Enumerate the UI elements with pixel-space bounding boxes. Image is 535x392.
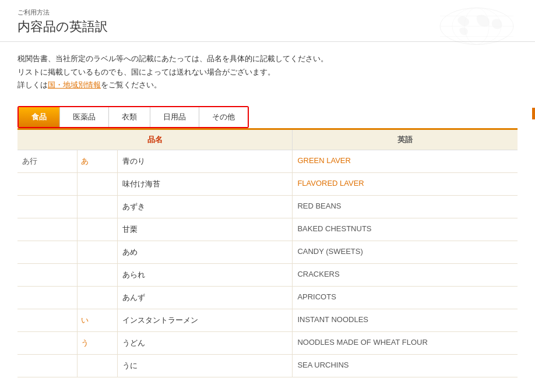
cell-en: CANDY (SWEETS) — [293, 241, 518, 263]
cell-en: APRICOTS — [293, 286, 518, 309]
cell-gyou — [17, 354, 78, 377]
col-hinmei-header: 品名 — [17, 130, 293, 150]
cell-jp: 甘栗 — [118, 218, 293, 241]
tab-food[interactable]: 食品 — [19, 107, 60, 127]
cell-kana — [78, 241, 118, 263]
cell-kana — [78, 263, 118, 286]
content-table: 品名 英語 あ行あ青のりGREEN LAVER味付け海苔FLAVORED LAV… — [17, 130, 518, 377]
cell-en: BAKED CHESTNUTS — [293, 218, 518, 241]
cell-en: GREEN LAVER — [293, 150, 518, 172]
table-row: あめCANDY (SWEETS) — [17, 241, 518, 263]
desc-line-1: 税関告書、当社所定のラベル等への記載にあたっては、品名を具体的に記載してください… — [17, 52, 518, 66]
header-area: ご利用方法 内容品の英語訳 — [0, 0, 535, 42]
cell-jp: うに — [118, 354, 293, 377]
cell-gyou — [17, 241, 78, 263]
cell-kana — [78, 218, 118, 241]
table-row: いインスタントラーメンINSTANT NOODLES — [17, 309, 518, 331]
table-row: うにSEA URCHINS — [17, 354, 518, 377]
cell-gyou — [17, 309, 78, 331]
page-wrapper: ご利用方法 内容品の英語訳 税関告書、当社所定のラベル等への記載にあたっては、品… — [0, 0, 535, 377]
world-map-icon — [430, 6, 523, 47]
cell-kana — [78, 354, 118, 377]
table-row: 甘栗BAKED CHESTNUTS — [17, 218, 518, 241]
cell-en: CRACKERS — [293, 263, 518, 286]
tab-container: 食品 医薬品 衣類 日用品 その他 — [17, 106, 249, 128]
cell-jp: あんず — [118, 286, 293, 309]
tab-medicine[interactable]: 医薬品 — [60, 107, 109, 127]
cell-en: INSTANT NOODLES — [293, 309, 518, 331]
cell-kana: い — [78, 309, 118, 331]
table-body: あ行あ青のりGREEN LAVER味付け海苔FLAVORED LAVERあずきR… — [17, 150, 518, 377]
cell-kana: あ — [78, 150, 118, 172]
tab-other[interactable]: その他 — [199, 107, 248, 127]
cell-gyou — [17, 286, 78, 309]
table-row: あられCRACKERS — [17, 263, 518, 286]
cell-gyou — [17, 195, 78, 218]
cell-jp: インスタントラーメン — [118, 309, 293, 331]
cell-gyou — [17, 263, 78, 286]
cell-jp: あめ — [118, 241, 293, 263]
table-header-row: 品名 英語 — [17, 130, 518, 150]
table-area: 品名 英語 あ行あ青のりGREEN LAVER味付け海苔FLAVORED LAV… — [0, 130, 535, 377]
tab-section: 食品 医薬品 衣類 日用品 その他 — [0, 100, 535, 128]
cell-kana: う — [78, 331, 118, 354]
orange-accent-bar — [532, 108, 535, 119]
cell-gyou — [17, 331, 78, 354]
desc-line-2: リストに掲載しているものでも、国によっては送れない場合がございます。 — [17, 66, 518, 79]
cell-jp: あられ — [118, 263, 293, 286]
table-row: あ行あ青のりGREEN LAVER — [17, 150, 518, 172]
table-row: あずきRED BEANS — [17, 195, 518, 218]
cell-jp: あずき — [118, 195, 293, 218]
cell-en: RED BEANS — [293, 195, 518, 218]
tab-daily[interactable]: 日用品 — [150, 107, 199, 127]
country-info-link[interactable]: 国・地域別情報 — [48, 81, 101, 89]
cell-gyou: あ行 — [17, 150, 78, 172]
cell-jp: 青のり — [118, 150, 293, 172]
cell-jp: 味付け海苔 — [118, 172, 293, 195]
tab-clothing[interactable]: 衣類 — [109, 107, 150, 127]
desc-line-3: 詳しくは国・地域別情報をご覧ください。 — [17, 79, 518, 92]
table-row: 味付け海苔FLAVORED LAVER — [17, 172, 518, 195]
cell-en: NOODLES MADE OF WHEAT FLOUR — [293, 331, 518, 354]
cell-kana — [78, 286, 118, 309]
cell-gyou — [17, 172, 78, 195]
cell-en: SEA URCHINS — [293, 354, 518, 377]
cell-gyou — [17, 218, 78, 241]
cell-jp: うどん — [118, 331, 293, 354]
table-row: ううどんNOODLES MADE OF WHEAT FLOUR — [17, 331, 518, 354]
table-row: あんずAPRICOTS — [17, 286, 518, 309]
cell-kana — [78, 172, 118, 195]
col-eigo-header: 英語 — [293, 130, 518, 150]
cell-kana — [78, 195, 118, 218]
description-area: 税関告書、当社所定のラベル等への記載にあたっては、品名を具体的に記載してください… — [0, 42, 535, 100]
cell-en: FLAVORED LAVER — [293, 172, 518, 195]
